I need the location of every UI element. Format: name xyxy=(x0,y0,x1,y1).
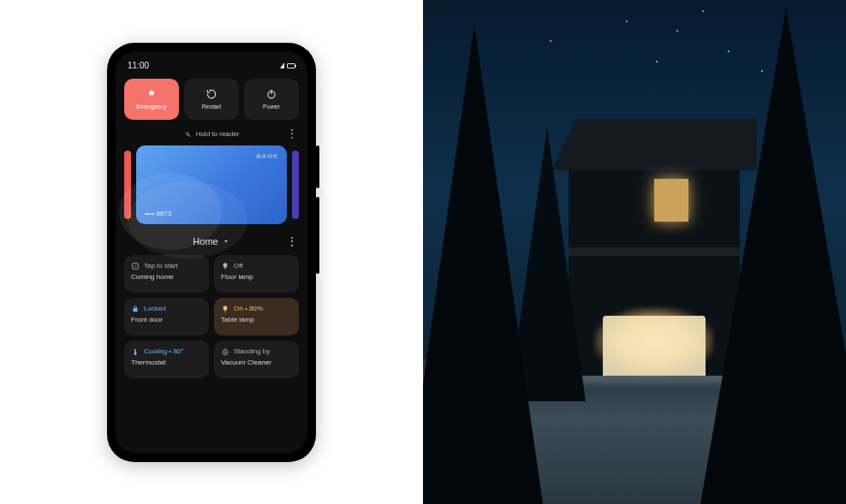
chevron-down-icon xyxy=(222,237,230,246)
device-tile-floor-lamp[interactable]: OffFloor lamp xyxy=(214,255,299,293)
restart-button[interactable]: Restart xyxy=(184,79,239,120)
card-brand: BANK xyxy=(256,152,278,160)
wallet-hint: Hold to reader xyxy=(196,130,240,138)
tile-name: Coming home xyxy=(131,273,202,281)
left-pane: 11:00 Emergency Restart xyxy=(0,0,423,504)
tile-status-row: Cooling • 80° xyxy=(131,347,202,356)
clock: 11:00 xyxy=(128,61,149,70)
tile-status: Off xyxy=(234,262,243,270)
thermo-icon xyxy=(131,347,140,356)
vacuum-icon xyxy=(221,347,229,356)
garage-door xyxy=(603,316,706,376)
tile-name: Front door xyxy=(131,316,202,323)
night-house-photo xyxy=(423,0,846,504)
status-icons xyxy=(280,62,295,68)
tile-name: Floor lamp xyxy=(221,273,292,281)
tile-status-row: Off xyxy=(221,262,292,270)
balcony xyxy=(569,247,740,256)
battery-icon xyxy=(287,63,295,68)
device-tile-vacuum-cleaner[interactable]: Standing byVacuum Cleaner xyxy=(214,341,299,378)
device-tile-table-lamp[interactable]: On • 80%Table lamp xyxy=(214,298,299,335)
power-row: Emergency Restart Power xyxy=(124,79,299,120)
home-menu-button[interactable]: ⋮ xyxy=(287,235,297,247)
wallet-header: Hold to reader ⋮ xyxy=(124,130,299,139)
tile-status: Standing by xyxy=(234,347,270,355)
card-carousel[interactable]: BANK •••• 8873 xyxy=(124,145,299,224)
home-dropdown[interactable]: Home ⋮ xyxy=(124,236,299,246)
wallet-menu-button[interactable]: ⋮ xyxy=(287,130,297,137)
device-tile-front-door[interactable]: LockedFront door xyxy=(124,298,209,335)
lit-window xyxy=(654,179,688,222)
tile-name: Table lamp xyxy=(221,316,292,323)
emergency-button[interactable]: Emergency xyxy=(124,79,179,120)
bulb-icon xyxy=(221,262,229,270)
tile-status: Locked xyxy=(144,305,166,312)
power-label: Power xyxy=(263,104,280,110)
device-tile-thermostat[interactable]: Cooling • 80°Thermostat xyxy=(124,341,209,378)
tile-status-row: Standing by xyxy=(221,347,292,356)
home-section: Home ⋮ Tap to startComing homeOffFloor l… xyxy=(124,236,299,448)
payment-card[interactable]: BANK •••• 8873 xyxy=(136,145,287,224)
svg-point-4 xyxy=(224,352,226,353)
wallet-section: Hold to reader ⋮ BANK •••• 8873 xyxy=(124,130,299,224)
tile-status-row: On • 80% xyxy=(221,305,292,313)
restart-icon xyxy=(206,88,217,100)
tile-status: On • 80% xyxy=(234,305,263,312)
tile-name: Thermostat xyxy=(131,359,202,366)
device-tile-coming-home[interactable]: Tap to startComing home xyxy=(124,255,209,293)
phone-frame: 11:00 Emergency Restart xyxy=(107,43,316,462)
power-icon xyxy=(265,88,277,100)
card-last-digits: •••• 8873 xyxy=(145,210,171,217)
emergency-label: Emergency xyxy=(136,104,166,110)
phone-screen: 11:00 Emergency Restart xyxy=(116,51,307,454)
device-tiles: Tap to startComing homeOffFloor lampLock… xyxy=(124,255,299,378)
roof xyxy=(551,119,757,170)
lock-icon xyxy=(131,305,140,313)
routine-icon xyxy=(131,262,140,270)
restart-label: Restart xyxy=(202,104,222,110)
tile-status-row: Tap to start xyxy=(131,262,202,270)
card-decor xyxy=(128,181,247,258)
signal-icon xyxy=(280,62,284,68)
power-button[interactable]: Power xyxy=(244,79,299,120)
tile-status-row: Locked xyxy=(131,305,202,313)
tile-status: Tap to start xyxy=(144,262,178,270)
status-bar: 11:00 xyxy=(124,60,299,72)
nfc-icon xyxy=(184,130,193,139)
home-title: Home xyxy=(193,236,217,246)
tile-status: Cooling • 80° xyxy=(144,347,183,355)
tile-name: Vacuum Cleaner xyxy=(221,359,292,366)
card-next[interactable] xyxy=(292,151,299,219)
bulb-icon xyxy=(221,305,229,313)
svg-point-3 xyxy=(223,349,228,354)
emergency-icon xyxy=(146,88,158,100)
